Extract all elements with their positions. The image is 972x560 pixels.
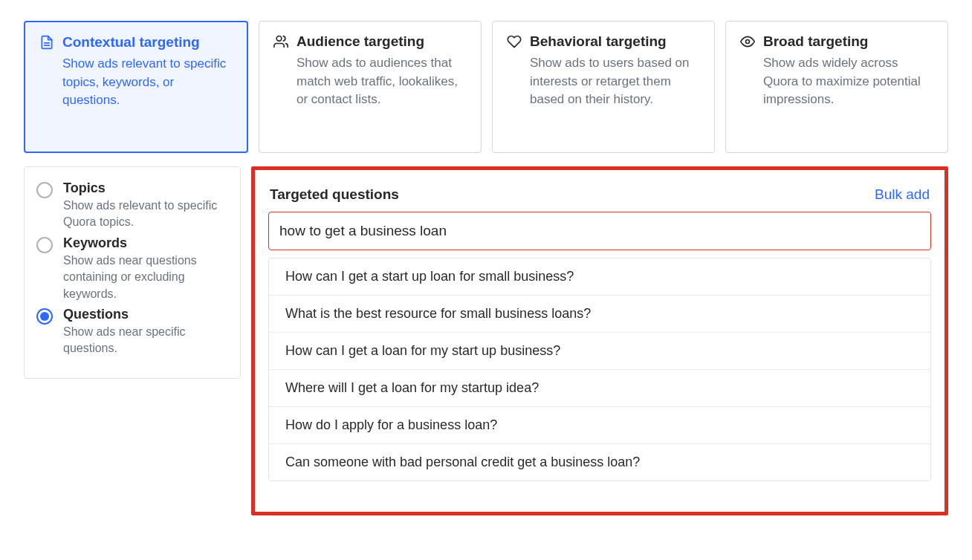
radio-desc: Show ads relevant to specific Quora topi…	[63, 198, 228, 231]
people-icon	[273, 33, 289, 50]
question-suggestion-item[interactable]: Where will I get a loan for my startup i…	[269, 370, 930, 407]
radio-desc: Show ads near specific questions.	[63, 324, 228, 357]
eye-icon	[739, 33, 756, 50]
radio-desc: Show ads near questions containing or ex…	[63, 253, 228, 302]
document-icon	[39, 34, 55, 51]
question-search-wrap	[268, 212, 931, 250]
radio-title: Topics	[63, 180, 228, 196]
card-desc: Show ads to audiences that match web tra…	[297, 54, 467, 109]
question-suggestion-item[interactable]: How can I get a start up loan for small …	[269, 258, 930, 296]
card-broad-targeting[interactable]: Broad targeting Show ads widely across Q…	[725, 21, 948, 153]
question-suggestion-item[interactable]: What is the best resource for small busi…	[269, 296, 930, 333]
panel-title: Targeted questions	[270, 186, 399, 203]
card-title: Audience targeting	[297, 33, 424, 50]
svg-point-3	[746, 40, 750, 44]
heart-icon	[506, 33, 522, 50]
targeted-questions-panel: Targeted questions Bulk add How can I ge…	[251, 166, 948, 515]
sidebar-radio-topics[interactable]: Topics Show ads relevant to specific Quo…	[36, 180, 228, 231]
question-search-input[interactable]	[272, 214, 927, 248]
sidebar-radio-questions[interactable]: Questions Show ads near specific questio…	[36, 307, 228, 357]
contextual-subtype-sidebar: Topics Show ads relevant to specific Quo…	[24, 166, 241, 379]
card-desc: Show ads to users based on interests or …	[530, 54, 701, 109]
question-suggestion-item[interactable]: How do I apply for a business loan?	[269, 407, 930, 444]
card-behavioral-targeting[interactable]: Behavioral targeting Show ads to users b…	[492, 21, 715, 153]
radio-title: Questions	[63, 307, 228, 322]
radio-icon	[36, 237, 53, 253]
radio-icon	[36, 308, 53, 325]
question-suggestion-item[interactable]: Can someone with bad personal credit get…	[269, 444, 930, 481]
question-suggestion-list: How can I get a start up loan for small …	[268, 258, 931, 481]
card-desc: Show ads widely across Quora to maximize…	[763, 54, 934, 109]
question-suggestion-item[interactable]: How can I get a loan for my start up bus…	[269, 333, 930, 370]
card-contextual-targeting[interactable]: Contextual targeting Show ads relevant t…	[24, 21, 248, 153]
card-desc: Show ads relevant to specific topics, ke…	[62, 55, 233, 110]
card-title: Broad targeting	[763, 33, 868, 50]
sidebar-radio-keywords[interactable]: Keywords Show ads near questions contain…	[36, 235, 228, 302]
card-title: Behavioral targeting	[530, 33, 667, 50]
card-title: Contextual targeting	[62, 34, 200, 51]
targeting-type-cards: Contextual targeting Show ads relevant t…	[24, 21, 948, 153]
radio-icon	[36, 182, 53, 198]
bulk-add-link[interactable]: Bulk add	[875, 186, 930, 203]
card-audience-targeting[interactable]: Audience targeting Show ads to audiences…	[259, 21, 482, 153]
svg-point-2	[276, 36, 282, 42]
radio-title: Keywords	[63, 235, 228, 251]
